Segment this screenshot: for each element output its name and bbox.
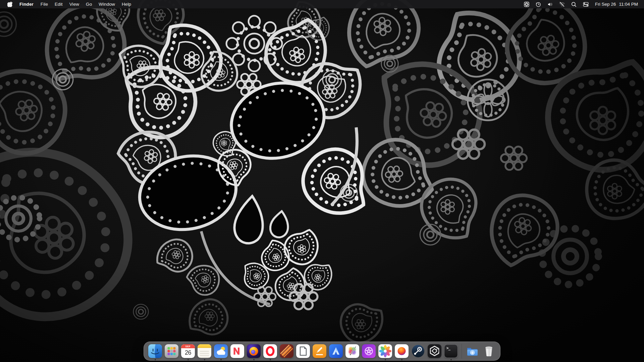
menu-help[interactable]: Help — [118, 0, 135, 8]
opera-icon — [263, 344, 277, 358]
affinity-photo-icon — [362, 344, 376, 358]
trash-icon — [482, 344, 496, 358]
terminal-icon: >_ — [444, 344, 458, 358]
running-indicator — [385, 359, 386, 360]
dock-item-notes[interactable] — [198, 344, 211, 358]
paisley-skull-wallpaper — [0, 0, 644, 362]
dock-item-opera[interactable] — [263, 344, 277, 358]
dock-item-pages[interactable] — [313, 344, 326, 358]
dock-item-libreoffice[interactable] — [296, 344, 310, 358]
wifi-off-icon[interactable] — [556, 0, 568, 8]
dock-item-affinity-publisher[interactable] — [280, 344, 293, 358]
photos-icon — [378, 344, 392, 358]
steam-icon — [411, 344, 425, 358]
affinity-designer-icon — [329, 344, 343, 358]
dock-item-news[interactable] — [230, 344, 244, 358]
pinwheel-app-status-icon[interactable] — [521, 0, 532, 8]
launchpad-icon — [165, 344, 178, 358]
gradient-orb-icon — [395, 344, 409, 358]
dock-item-trash[interactable] — [482, 344, 496, 358]
running-indicator — [220, 359, 222, 360]
menu-finder[interactable]: Finder — [16, 0, 37, 8]
dock-item-weather[interactable] — [214, 344, 228, 358]
dock-item-finder[interactable] — [148, 344, 162, 358]
menu-bar-status: Fri Sep 26 11:04 PM — [521, 0, 639, 8]
firefox-icon — [247, 344, 261, 358]
dock: SEP 26 — [144, 342, 500, 361]
pixelmator-icon — [345, 344, 359, 358]
dock-item-launchpad[interactable] — [165, 344, 178, 358]
dock-item-pixelmator[interactable] — [345, 344, 359, 358]
menu-bar-left: Finder File Edit View Go Window Help — [7, 0, 135, 8]
desktop: Finder File Edit View Go Window Help — [0, 0, 644, 362]
apple-logo-icon — [7, 1, 12, 7]
dock-item-affinity-photo[interactable] — [362, 344, 376, 358]
dock-separator — [462, 344, 462, 359]
spotlight-icon[interactable] — [569, 0, 579, 8]
dock-container: SEP 26 — [0, 342, 644, 361]
dock-item-cube-launcher[interactable] — [428, 344, 441, 358]
apple-menu[interactable] — [7, 0, 16, 8]
running-indicator — [450, 359, 452, 360]
running-indicator — [253, 359, 255, 360]
calendar-month: SEP — [181, 344, 195, 348]
calendar-icon: SEP 26 — [181, 344, 195, 358]
menu-window[interactable]: Window — [95, 0, 118, 8]
calendar-day: 26 — [181, 348, 195, 358]
dock-item-affinity-designer[interactable] — [329, 344, 343, 358]
dock-item-calendar[interactable]: SEP 26 — [181, 344, 195, 358]
menu-go[interactable]: Go — [83, 0, 95, 8]
clock-time: 11:04 PM — [619, 2, 638, 7]
running-indicator — [187, 359, 189, 360]
running-indicator — [270, 359, 271, 360]
control-center-icon[interactable] — [580, 0, 591, 8]
dock-item-media-orb[interactable] — [395, 344, 409, 358]
weather-icon — [214, 344, 228, 358]
libreoffice-icon — [296, 344, 310, 358]
running-indicator — [204, 359, 205, 360]
menu-bar: Finder File Edit View Go Window Help — [0, 0, 644, 8]
menu-file[interactable]: File — [37, 0, 51, 8]
clock-date: Fri Sep 26 — [595, 2, 616, 7]
finder-icon — [148, 344, 162, 358]
affinity-publisher-icon — [280, 344, 293, 358]
dock-item-downloads[interactable] — [466, 344, 479, 358]
time-machine-icon[interactable] — [533, 0, 544, 8]
dock-item-terminal[interactable]: >_ — [444, 344, 458, 358]
running-indicator — [401, 359, 402, 360]
dock-item-firefox[interactable] — [247, 344, 261, 358]
menu-bar-clock[interactable]: Fri Sep 26 11:04 PM — [592, 2, 639, 7]
terminal-prompt-glyph: >_ — [446, 346, 450, 350]
notes-icon — [198, 344, 211, 358]
news-icon — [230, 344, 244, 358]
dock-item-steam[interactable] — [411, 344, 425, 358]
volume-icon[interactable] — [545, 0, 555, 8]
hexagon-cube-icon — [428, 344, 441, 358]
dock-item-photos[interactable] — [378, 344, 392, 358]
menu-view[interactable]: View — [66, 0, 83, 8]
pages-icon — [313, 344, 326, 358]
downloads-folder-icon — [466, 344, 479, 358]
menu-edit[interactable]: Edit — [51, 0, 66, 8]
running-indicator — [155, 359, 156, 360]
